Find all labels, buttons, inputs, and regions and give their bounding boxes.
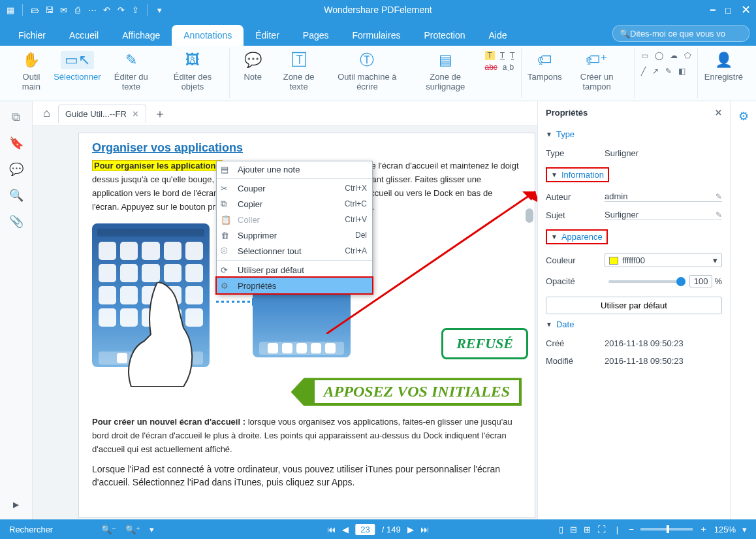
more-icon[interactable]: ⋯	[87, 5, 97, 15]
ctx-properties[interactable]: ⚙Propriétés	[217, 278, 372, 293]
edit-icon[interactable]: ✎	[716, 192, 722, 201]
view-facing-icon[interactable]: ⊞	[584, 525, 591, 534]
ctx-use-default[interactable]: ⟳Utiliser par défaut	[217, 262, 372, 278]
section-information[interactable]: ▼Information	[546, 167, 609, 182]
prev-page-icon[interactable]: ◀	[342, 525, 349, 534]
cloud-icon[interactable]: ☁	[670, 51, 678, 60]
arrow-icon[interactable]: ↗	[652, 67, 659, 76]
export-icon[interactable]: ⇪	[130, 5, 140, 15]
tool-textbox[interactable]: 🅃Zone de texte	[274, 51, 323, 91]
first-page-icon[interactable]: ⏮	[327, 525, 336, 534]
maximize-icon[interactable]: ◻	[725, 5, 732, 15]
underline-style-icon[interactable]: T	[500, 51, 505, 60]
page-input[interactable]: 23	[355, 524, 375, 535]
settings-icon[interactable]: ⚙	[738, 109, 749, 123]
menu-aide[interactable]: Aide	[477, 25, 518, 46]
ctx-cut[interactable]: ✂CouperCtrl+X	[217, 180, 372, 196]
section-date[interactable]: ▼Date	[546, 319, 722, 329]
ctx-add-note[interactable]: ▤Ajouter une note	[217, 161, 372, 177]
scrollbar[interactable]	[526, 146, 535, 513]
zoom-dropdown-icon[interactable]: ▾	[742, 525, 747, 534]
pencil-tool-icon[interactable]: ✎	[665, 67, 672, 76]
document-tab[interactable]: Guide Util...--FR ✕	[58, 105, 146, 123]
menu-pages[interactable]: Pages	[291, 25, 341, 46]
menu-editer[interactable]: Éditer	[244, 25, 291, 46]
menu-accueil[interactable]: Accueil	[57, 25, 110, 46]
minimize-icon[interactable]: ━	[710, 5, 716, 15]
help-search[interactable]: 🔍	[612, 25, 749, 42]
tool-edit-text[interactable]: ✎Éditer du texte	[105, 51, 157, 91]
ctx-copy[interactable]: ⧉CopierCtrl+C	[217, 196, 372, 212]
view-cont-icon[interactable]: ⊟	[570, 525, 577, 534]
ctx-delete[interactable]: 🗑SupprimerDel	[217, 227, 372, 243]
close-window-icon[interactable]: ✕	[741, 3, 751, 17]
polygon-icon[interactable]: ⬠	[684, 51, 691, 60]
zoom-slider[interactable]	[640, 528, 693, 531]
stamp-refused[interactable]: REFUSÉ	[441, 328, 528, 359]
tool-edit-objects[interactable]: 🖼Éditer des objets	[163, 51, 223, 91]
tool-stamps[interactable]: 🏷Tampons	[528, 51, 561, 82]
tool-hand[interactable]: ✋Outil main	[13, 51, 50, 91]
tool-create-stamp[interactable]: 🏷⁺Créer un tampon	[567, 51, 627, 91]
author-field[interactable]: admin✎	[605, 191, 722, 202]
use-default-button[interactable]: Utiliser par défaut	[546, 297, 722, 314]
mail-icon[interactable]: ✉	[58, 5, 69, 15]
app-menu-icon[interactable]: ▦	[5, 5, 16, 15]
slider-thumb[interactable]	[676, 277, 685, 286]
subject-field[interactable]: Surligner✎	[605, 210, 722, 220]
next-page-icon[interactable]: ▶	[407, 525, 414, 534]
undo-icon[interactable]: ↶	[101, 5, 112, 15]
highlight-style-icon[interactable]: T	[485, 51, 495, 60]
register-button[interactable]: 👤Enregistré	[704, 51, 743, 82]
tool-highlight[interactable]: ▤Zone de surlignage	[411, 51, 480, 91]
zoom-out-icon[interactable]: −	[629, 525, 634, 534]
scrollbar-thumb[interactable]	[526, 208, 533, 223]
line-icon[interactable]: ╱	[641, 67, 646, 76]
menu-protection[interactable]: Protection	[412, 25, 477, 46]
last-page-icon[interactable]: ⏭	[420, 525, 429, 534]
zoom-out-fit-icon[interactable]: 🔍⁻	[101, 525, 116, 534]
expand-rail-icon[interactable]: ▸	[13, 497, 19, 512]
rect-icon[interactable]: ▭	[641, 51, 648, 60]
tool-note[interactable]: 💬Note	[236, 51, 269, 82]
highlighted-text[interactable]: Pour organiser les applications	[92, 160, 223, 171]
menu-annotations[interactable]: Annotations	[172, 25, 244, 46]
strike-icon[interactable]: abc	[485, 63, 497, 72]
comments-icon[interactable]: 💬	[9, 162, 24, 176]
section-appearance[interactable]: ▼Apparence	[546, 229, 608, 244]
section-type[interactable]: ▼Type	[546, 129, 722, 139]
new-tab-icon[interactable]: ＋	[150, 106, 170, 122]
eraser-icon[interactable]: ◧	[678, 67, 685, 76]
tab-close-icon[interactable]: ✕	[132, 109, 139, 119]
circle-icon[interactable]: ◯	[655, 51, 663, 60]
redo-icon[interactable]: ↷	[116, 5, 126, 15]
search-panel-icon[interactable]: 🔍	[9, 188, 24, 203]
print-icon[interactable]: ⎙	[72, 5, 83, 15]
color-select[interactable]: ffffff00▾	[605, 253, 722, 267]
view-single-icon[interactable]: ▯	[559, 525, 563, 534]
dropdown-icon[interactable]: ▾	[154, 5, 165, 15]
find-label[interactable]: Rechercher	[0, 525, 62, 534]
help-search-input[interactable]	[630, 29, 742, 39]
menu-affichage[interactable]: Affichage	[110, 25, 172, 46]
caret-icon[interactable]: a˰b	[503, 63, 514, 72]
zoom-in-icon[interactable]: ＋	[699, 523, 708, 535]
home-tab-icon[interactable]: ⌂	[39, 106, 54, 120]
zoom-more-icon[interactable]: ▾	[150, 525, 154, 534]
save-icon[interactable]: 🖫	[44, 5, 54, 15]
thumbnails-icon[interactable]: ⧉	[12, 110, 20, 124]
tool-select[interactable]: ▭↖Sélectionner	[55, 51, 100, 82]
open-icon[interactable]: 🗁	[29, 5, 40, 15]
attachments-icon[interactable]: 📎	[9, 214, 24, 229]
tool-typewriter[interactable]: ⓉOutil machine à écrire	[328, 51, 406, 91]
opacity-value[interactable]: 100	[689, 275, 713, 287]
squiggly-style-icon[interactable]: T̰	[510, 51, 514, 60]
panel-close-icon[interactable]: ✕	[715, 108, 722, 118]
zoom-in-fit-icon[interactable]: 🔍⁺	[125, 525, 140, 534]
stamp-initials[interactable]: APPOSEZ VOS INITIALES	[291, 378, 522, 406]
zoom-value[interactable]: 125%	[714, 525, 736, 534]
edit-icon[interactable]: ✎	[716, 210, 722, 220]
opacity-slider[interactable]	[608, 280, 685, 283]
page-viewport[interactable]: Organiser vos applications Pour organise…	[33, 126, 537, 519]
fullscreen-icon[interactable]: ⛶	[597, 525, 606, 534]
